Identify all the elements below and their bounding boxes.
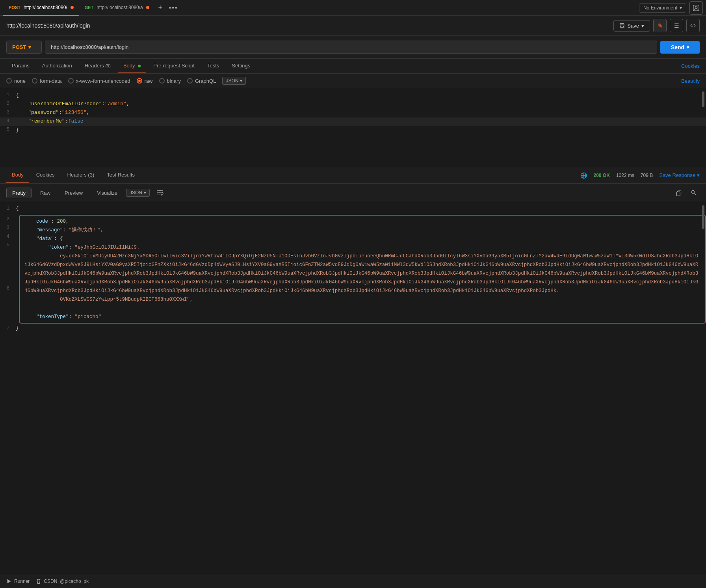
req-code-line-4: 4 "rememberMe":false	[0, 117, 706, 126]
copy-response-button[interactable]	[673, 187, 685, 199]
svg-point-10	[691, 190, 695, 194]
option-graphql[interactable]: GraphQL	[187, 78, 216, 84]
tab-headers[interactable]: Headers (9)	[79, 59, 116, 73]
line-num-5: 5	[0, 127, 16, 132]
radio-raw[interactable]	[137, 78, 142, 84]
response-code-area: 1 { 2 3 4 5 6 code : 200, "message": "操作…	[0, 202, 706, 399]
option-none-label: none	[14, 78, 26, 84]
option-form-data[interactable]: form-data	[32, 78, 62, 84]
request-line: POST ▾ Send ▾	[6, 41, 700, 54]
svg-marker-12	[7, 579, 11, 583]
tab-prerequest[interactable]: Pre-request Script	[148, 59, 200, 73]
tab-more-button[interactable]: •••	[166, 4, 181, 11]
wrap-icon[interactable]	[156, 189, 164, 197]
radio-form-data[interactable]	[32, 78, 37, 84]
request-body-editor[interactable]: 1 { 2 "usernameOrEmailOrPhone":"admin", …	[0, 88, 706, 167]
doc-icon-button[interactable]: ☰	[670, 19, 683, 32]
tab-post-login[interactable]: POST http://localhost:8080/	[3, 0, 79, 16]
request-tabs: Params Authorization Headers (9) Body Pr…	[0, 59, 706, 74]
profile-button[interactable]	[689, 1, 703, 15]
option-raw[interactable]: raw	[137, 78, 153, 84]
resp-linenum-5: 5	[0, 241, 16, 284]
option-binary[interactable]: binary	[159, 78, 181, 84]
tab-authorization[interactable]: Authorization	[37, 59, 78, 73]
resp-line-num-7: 7	[0, 326, 16, 331]
tab-params-label: Params	[12, 63, 30, 69]
method-select[interactable]: POST ▾	[6, 41, 42, 54]
request-section: POST ▾ Send ▾	[0, 36, 706, 59]
option-urlencoded[interactable]: x-www-form-urlencoded	[68, 78, 130, 84]
resp-line-content-1: {	[16, 206, 19, 211]
url-input[interactable]	[45, 41, 657, 54]
svg-rect-4	[621, 26, 624, 28]
trash-button[interactable]: CSDN_@picacho_pk	[36, 579, 89, 584]
tab-tests[interactable]: Tests	[202, 59, 225, 73]
line-num-4: 4	[0, 118, 16, 124]
resp-linenum-6: 6	[0, 284, 16, 293]
tab-body-label: Body	[123, 63, 135, 69]
line-content-3: "password":"123456",	[16, 110, 89, 115]
radio-graphql[interactable]	[187, 78, 193, 84]
headers-badge: (9)	[105, 63, 110, 68]
response-format-chevron: ▾	[144, 190, 146, 195]
beautify-button[interactable]: Beautify	[681, 78, 700, 84]
tab-headers-label: Headers	[85, 63, 104, 69]
tab-get[interactable]: GET http://localhost:8080/a	[79, 0, 155, 16]
option-graphql-label: GraphQL	[195, 78, 216, 84]
save-response-button[interactable]: Save Response ▾	[659, 172, 700, 178]
send-chevron: ▾	[687, 45, 689, 50]
radio-binary[interactable]	[159, 78, 165, 84]
resp-tab-headers[interactable]: Headers (3)	[62, 167, 100, 183]
status-size: 709 B	[641, 173, 653, 178]
json-format-select[interactable]: JSON ▾	[222, 77, 246, 85]
status-code: 200 OK	[593, 173, 609, 178]
line-num-1: 1	[0, 92, 16, 98]
line-num-3: 3	[0, 110, 16, 115]
response-format-actions	[673, 187, 700, 199]
search-response-button[interactable]	[688, 187, 700, 199]
response-scrollbar[interactable]	[702, 205, 704, 229]
svg-rect-9	[676, 192, 680, 196]
resp-line-3-content: "message": "操作成功！",	[24, 226, 700, 234]
view-raw-button[interactable]: Raw	[35, 188, 56, 198]
line-content-2: "usernameOrEmailOrPhone":"admin",	[16, 101, 130, 107]
editor-scrollbar[interactable]	[702, 91, 704, 107]
tab-authorization-label: Authorization	[42, 63, 72, 69]
cookies-link[interactable]: Cookies	[681, 63, 700, 69]
address-url: http://localhost:8080/api/auth/login	[6, 22, 90, 29]
line-content-5: }	[16, 127, 19, 133]
code-icon-button[interactable]: </>	[686, 19, 700, 32]
edit-icon-button[interactable]: ✎	[653, 19, 667, 32]
option-none[interactable]: none	[6, 78, 26, 84]
resp-tab-body[interactable]: Body	[6, 167, 29, 183]
tab-tests-label: Tests	[207, 63, 219, 69]
method-label: POST	[12, 44, 26, 50]
resp-tab-test-results[interactable]: Test Results	[101, 167, 140, 183]
view-visualize-button[interactable]: Visualize	[91, 188, 123, 198]
address-bar-actions: Save ▾ ✎ ☰ </>	[613, 19, 700, 32]
resp-line-7: 7 }	[0, 325, 706, 334]
save-button[interactable]: Save ▾	[613, 20, 650, 32]
resp-tab-cookies[interactable]: Cookies	[31, 167, 60, 183]
view-pretty-button[interactable]: Pretty	[6, 188, 32, 198]
view-preview-button[interactable]: Preview	[59, 188, 88, 198]
resp-linenum-4: 4	[0, 232, 16, 241]
tab-bar-right: No Environment ▾	[639, 1, 703, 15]
line-content-4: "rememberMe":false	[16, 118, 84, 124]
environment-select[interactable]: No Environment ▾	[639, 3, 686, 13]
line-num-2: 2	[0, 101, 16, 106]
save-label: Save	[627, 23, 639, 29]
runner-button[interactable]: Runner	[6, 579, 30, 584]
resp-line-1: 1 {	[0, 205, 706, 214]
tab-add-button[interactable]: +	[155, 2, 166, 13]
option-raw-label: raw	[145, 78, 153, 84]
response-format-select[interactable]: JSON ▾	[126, 189, 150, 197]
option-form-data-label: form-data	[40, 78, 62, 84]
tab-settings[interactable]: Settings	[226, 59, 256, 73]
radio-urlencoded[interactable]	[68, 78, 74, 84]
runner-label: Runner	[14, 579, 30, 584]
radio-none[interactable]	[6, 78, 12, 84]
tab-body[interactable]: Body	[118, 59, 146, 73]
tab-params[interactable]: Params	[6, 59, 35, 73]
send-button[interactable]: Send ▾	[660, 41, 700, 54]
